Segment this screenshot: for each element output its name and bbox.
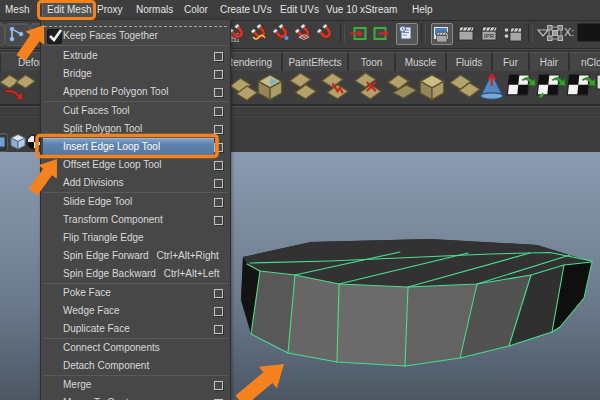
option-box-icon[interactable] — [214, 161, 223, 170]
shelf-tab-hair[interactable]: Hair — [529, 52, 569, 71]
edit-mesh-dropdown-menu: Keep Faces TogetherExtrudeBridgeAppend t… — [40, 20, 231, 400]
shelf-tab-fur[interactable]: Fur — [492, 52, 529, 71]
menubar-item-mesh[interactable]: Mesh — [5, 0, 29, 19]
menu-item-wedge-face[interactable]: Wedge Face — [41, 302, 230, 320]
x-coordinate-label: X: — [564, 26, 574, 38]
menu-item-poke-face[interactable]: Poke Face — [41, 284, 230, 302]
menu-item-extrude[interactable]: Extrude — [41, 47, 230, 65]
shelf-tab-muscle[interactable]: Muscle — [395, 52, 446, 71]
menu-item-label: Wedge Face — [63, 305, 120, 316]
output-connections-icon — [372, 24, 390, 42]
option-box-icon[interactable] — [214, 52, 223, 61]
select-hierarchy-icon — [6, 24, 27, 43]
menu-item-label: Slide Edge Tool — [63, 196, 132, 207]
option-box-icon[interactable] — [214, 125, 223, 134]
ipr-render-button[interactable]: IPR — [480, 24, 500, 44]
snap-to-planes-icon — [295, 24, 313, 42]
menu-item-transform-component[interactable]: Transform Component — [41, 211, 230, 229]
snap-to-curves-icon — [251, 24, 269, 42]
menu-item-append-to-polygon-tool[interactable]: Append to Polygon Tool — [41, 83, 230, 101]
input-connections-button[interactable] — [350, 24, 370, 44]
render-view-icon — [432, 24, 450, 42]
menubar-item-vue-10-xstream[interactable]: Vue 10 xStream — [326, 0, 397, 19]
menu-item-cut-faces-tool[interactable]: Cut Faces Tool — [41, 102, 230, 120]
menu-item-label: Keep Faces Together — [63, 30, 158, 41]
menu-item-detach-component[interactable]: Detach Component — [41, 357, 230, 375]
toolbar-separator — [421, 23, 426, 43]
snap-to-points-button[interactable] — [273, 24, 293, 44]
menu-item-add-divisions[interactable]: Add Divisions — [41, 174, 230, 192]
menu-item-duplicate-face[interactable]: Duplicate Face — [41, 320, 230, 338]
input-connections-icon — [350, 24, 368, 42]
option-box-icon[interactable] — [214, 381, 223, 390]
output-connections-button[interactable] — [372, 24, 392, 44]
option-box-icon[interactable] — [214, 70, 223, 79]
snap-to-grids-button[interactable] — [229, 24, 249, 44]
shelf-tab-painteffects[interactable]: PaintEffects — [282, 52, 348, 71]
menu-item-label: Offset Edge Loop Tool — [63, 159, 162, 170]
menu-item-label: Split Polygon Tool — [63, 123, 142, 134]
render-view-button[interactable] — [431, 23, 453, 45]
option-box-icon[interactable] — [214, 143, 223, 152]
snap-to-planes-button[interactable] — [295, 24, 315, 44]
menu-item-merge[interactable]: Merge — [41, 376, 230, 394]
x-coordinate-input[interactable] — [577, 23, 600, 42]
menubar-item-proxy[interactable]: Proxy — [97, 0, 123, 19]
menu-item-offset-edge-loop-tool[interactable]: Offset Edge Loop Tool — [41, 156, 230, 174]
render-current-frame-button[interactable] — [457, 24, 477, 44]
shelf-tab-ncloth[interactable]: nCloth — [569, 52, 600, 71]
option-box-icon[interactable] — [214, 289, 223, 298]
menu-tearoff-handle[interactable] — [44, 20, 227, 27]
menu-item-label: Spin Edge Forward — [63, 250, 149, 261]
menu-item-spin-edge-forward[interactable]: Spin Edge ForwardCtrl+Alt+Right — [41, 247, 230, 265]
construction-history-button[interactable] — [396, 23, 418, 45]
textured-display-icon — [27, 135, 41, 149]
option-box-icon[interactable] — [214, 216, 223, 225]
make-live-button[interactable] — [317, 24, 337, 44]
menu-item-spin-edge-backward[interactable]: Spin Edge BackwardCtrl+Alt+Left — [41, 265, 230, 283]
menu-item-bridge[interactable]: Bridge — [41, 65, 230, 83]
menu-item-keep-faces-together[interactable]: Keep Faces Together — [41, 27, 230, 45]
shelf-tab-toon[interactable]: Toon — [348, 52, 395, 71]
menu-item-label: Duplicate Face — [63, 323, 130, 334]
option-box-icon[interactable] — [214, 198, 223, 207]
menu-item-shortcut: Ctrl+Alt+Left — [164, 268, 220, 279]
make-live-icon — [317, 24, 335, 42]
menu-item-slide-edge-tool[interactable]: Slide Edge Tool — [41, 193, 230, 211]
menu-item-label: Merge — [63, 379, 91, 390]
menu-item-insert-edge-loop-tool[interactable]: Insert Edge Loop Tool — [41, 138, 230, 156]
menu-item-split-polygon-tool[interactable]: Split Polygon Tool — [41, 120, 230, 138]
option-box-icon[interactable] — [214, 325, 223, 334]
menu-item-connect-components[interactable]: Connect Components — [41, 339, 230, 357]
svg-text:IPR: IPR — [484, 33, 495, 39]
menu-item-label: Detach Component — [63, 360, 149, 371]
menubar-item-help[interactable]: Help — [412, 0, 433, 19]
menubar-item-color[interactable]: Color — [184, 0, 208, 19]
menu-bar: MeshEdit MeshProxyNormalsColorCreate UVs… — [0, 0, 600, 21]
menu-item-label: Transform Component — [63, 214, 163, 225]
menu-item-label: Bridge — [63, 68, 92, 79]
select-hierarchy-button[interactable] — [5, 23, 30, 46]
menubar-item-edit-mesh[interactable]: Edit Mesh — [42, 1, 96, 19]
quick-select-mask-button[interactable] — [546, 24, 566, 44]
checkmark-icon — [47, 29, 62, 44]
option-box-icon[interactable] — [214, 179, 223, 188]
render-settings-icon — [503, 24, 521, 42]
menu-item-label: Insert Edge Loop Tool — [63, 141, 160, 152]
menubar-item-normals[interactable]: Normals — [136, 0, 173, 19]
snap-to-curves-button[interactable] — [251, 24, 271, 44]
quick-select-mask-icon — [546, 24, 564, 42]
menubar-item-create-uvs[interactable]: Create UVs — [220, 0, 272, 19]
menu-item-label: Connect Components — [63, 342, 160, 353]
construction-history-icon — [397, 24, 415, 42]
menu-item-flip-triangle-edge[interactable]: Flip Triangle Edge — [41, 229, 230, 247]
option-box-icon[interactable] — [214, 107, 223, 116]
render-settings-button[interactable] — [503, 24, 523, 44]
shelf-tab-fluids[interactable]: Fluids — [446, 52, 492, 71]
menu-item-merge-to-center[interactable]: Merge To Center — [41, 394, 230, 400]
menu-item-label: Poke Face — [63, 287, 111, 298]
option-box-icon[interactable] — [214, 88, 223, 97]
menubar-item-edit-uvs[interactable]: Edit UVs — [280, 0, 319, 19]
cube-display-icon — [11, 135, 25, 150]
option-box-icon[interactable] — [214, 307, 223, 316]
